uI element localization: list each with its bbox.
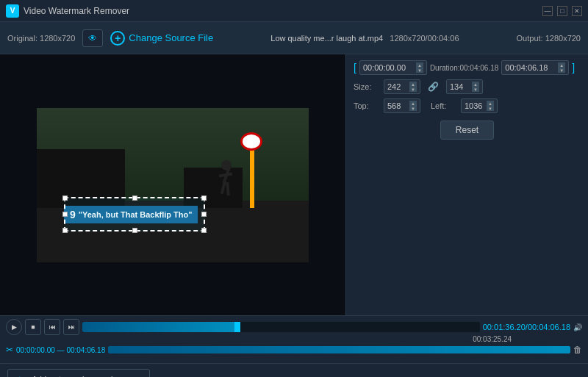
size-row: Size: 242 ▲ ▼ 🔗 134 ▲ ▼ bbox=[354, 79, 581, 94]
clip-range-bar[interactable] bbox=[108, 346, 570, 353]
top-label: Top: bbox=[354, 101, 379, 110]
reset-row: Reset bbox=[354, 121, 581, 140]
toolbar: Original: 1280x720 👁 + Change Source Fil… bbox=[0, 22, 588, 54]
height-up[interactable]: ▲ bbox=[472, 82, 479, 87]
size-label: Size: bbox=[354, 82, 379, 91]
change-source-button[interactable]: + Change Source File bbox=[110, 31, 213, 46]
plus-circle-icon: + bbox=[110, 31, 125, 46]
reset-button[interactable]: Reset bbox=[440, 121, 494, 140]
handle-mr[interactable] bbox=[201, 212, 207, 217]
clip-start-label: 00:00:00.00 — 00:04:06.18 bbox=[16, 346, 105, 354]
clip-row: ✂ 00:00:00.00 — 00:04:06.18 🗑 bbox=[6, 345, 582, 355]
timeline-fill bbox=[82, 322, 237, 332]
video-preview: 9 "Yeah, but That Backflip Tho" bbox=[0, 54, 345, 315]
start-time-spinner[interactable]: ▲ ▼ bbox=[416, 62, 423, 73]
timestamp-row: 00:03:25.24 bbox=[6, 335, 582, 343]
timeline-thumb[interactable] bbox=[234, 322, 240, 332]
left-up[interactable]: ▲ bbox=[487, 101, 494, 106]
stop-button[interactable]: ■ bbox=[25, 319, 41, 335]
start-time-input[interactable]: 00:00:00.00 ▲ ▼ bbox=[359, 60, 427, 75]
height-down[interactable]: ▼ bbox=[472, 87, 479, 92]
play-button[interactable]: ▶ bbox=[6, 319, 22, 335]
width-input[interactable]: 242 ▲ ▼ bbox=[384, 79, 420, 94]
transport-bar: ▶ ■ ⏮ ⏭ 00:01:36.20/00:04:06.18 🔊 bbox=[6, 319, 582, 335]
add-watermark-area-button[interactable]: + + Add watermark removing area bbox=[7, 369, 150, 377]
clip-icon: ✂ bbox=[6, 345, 13, 355]
output-resolution-label: Output: 1280x720 bbox=[517, 34, 581, 43]
timestamp-label: 00:03:25.24 bbox=[6, 335, 512, 343]
eye-button[interactable]: 👁 bbox=[82, 29, 103, 47]
handle-tr[interactable] bbox=[201, 195, 207, 201]
handle-ml[interactable] bbox=[62, 212, 68, 217]
title-bar: V Video Watermark Remover — □ ✕ bbox=[0, 0, 588, 22]
close-button[interactable]: ✕ bbox=[572, 6, 582, 16]
left-label: Left: bbox=[431, 101, 456, 110]
start-time-up[interactable]: ▲ bbox=[416, 62, 423, 68]
end-time-spinner[interactable]: ▲ ▼ bbox=[558, 62, 565, 73]
end-time-input[interactable]: 00:04:06.18 ▲ ▼ bbox=[501, 60, 569, 75]
video-background: 9 "Yeah, but That Backflip Tho" bbox=[37, 108, 309, 262]
transport-controls: ▶ ■ ⏮ ⏭ 00:01:36.20/00:04:06.18 🔊 bbox=[6, 319, 582, 335]
width-up[interactable]: ▲ bbox=[409, 82, 417, 87]
width-down[interactable]: ▼ bbox=[409, 87, 417, 92]
file-meta: 1280x720/00:04:06 bbox=[390, 34, 459, 43]
handle-tm[interactable] bbox=[132, 195, 137, 201]
figure bbox=[212, 160, 241, 197]
app-title: Video Watermark Remover bbox=[24, 6, 542, 16]
time-range-row: [ 00:00:00.00 ▲ ▼ Duration:00:04:06.18 0… bbox=[354, 60, 581, 75]
duration-label: Duration:00:04:06.18 bbox=[430, 64, 498, 72]
left-down[interactable]: ▼ bbox=[487, 106, 494, 111]
top-down[interactable]: ▼ bbox=[409, 106, 417, 111]
handle-bl[interactable] bbox=[62, 228, 68, 233]
delete-clip-icon[interactable]: 🗑 bbox=[573, 345, 582, 355]
right-panel: [ 00:00:00.00 ▲ ▼ Duration:00:04:06.18 0… bbox=[345, 54, 588, 315]
end-time-up[interactable]: ▲ bbox=[558, 62, 565, 68]
plus-icon: + bbox=[17, 373, 23, 377]
link-icon[interactable]: 🔗 bbox=[428, 82, 439, 92]
app-icon: V bbox=[6, 4, 19, 18]
timeline-track[interactable] bbox=[82, 322, 480, 332]
height-input[interactable]: 134 ▲ ▼ bbox=[446, 79, 483, 94]
next-frame-button[interactable]: ⏭ bbox=[63, 319, 79, 335]
maximize-button[interactable]: □ bbox=[557, 6, 567, 16]
video-frame: 9 "Yeah, but That Backflip Tho" bbox=[37, 108, 309, 262]
file-info-label: Low quality me...r laugh at.mp4 1280x720… bbox=[220, 34, 509, 43]
bracket-open[interactable]: [ bbox=[354, 62, 356, 73]
position-row: Top: 568 ▲ ▼ Left: 1036 ▲ ▼ bbox=[354, 98, 581, 113]
handle-br[interactable] bbox=[201, 228, 207, 233]
end-time-down[interactable]: ▼ bbox=[558, 68, 565, 73]
top-up[interactable]: ▲ bbox=[409, 101, 417, 106]
main-content: 9 "Yeah, but That Backflip Tho" bbox=[0, 54, 588, 315]
height-spinner[interactable]: ▲ ▼ bbox=[472, 82, 479, 92]
minimize-button[interactable]: — bbox=[542, 6, 553, 16]
watermark-selection-rect[interactable] bbox=[64, 197, 205, 231]
volume-icon[interactable]: 🔊 bbox=[573, 323, 582, 331]
original-resolution-label: Original: 1280x720 bbox=[7, 34, 75, 43]
pole bbox=[250, 142, 254, 208]
handle-bm[interactable] bbox=[132, 228, 137, 233]
bottom-bar: + + Add watermark removing area bbox=[0, 363, 588, 377]
time-display: 00:01:36.20/00:04:06.18 bbox=[483, 323, 570, 331]
top-spinner[interactable]: ▲ ▼ bbox=[409, 101, 417, 111]
start-time-down[interactable]: ▼ bbox=[416, 68, 423, 73]
width-spinner[interactable]: ▲ ▼ bbox=[409, 82, 417, 92]
left-input[interactable]: 1036 ▲ ▼ bbox=[461, 98, 498, 113]
prev-frame-button[interactable]: ⏮ bbox=[44, 319, 60, 335]
bracket-close[interactable]: ] bbox=[572, 62, 575, 73]
handle-tl[interactable] bbox=[62, 195, 68, 201]
top-input[interactable]: 568 ▲ ▼ bbox=[384, 98, 420, 113]
left-spinner[interactable]: ▲ ▼ bbox=[487, 101, 494, 111]
window-controls: — □ ✕ bbox=[542, 6, 582, 16]
timeline-area: ▶ ■ ⏮ ⏭ 00:01:36.20/00:04:06.18 🔊 00:03:… bbox=[0, 315, 588, 363]
